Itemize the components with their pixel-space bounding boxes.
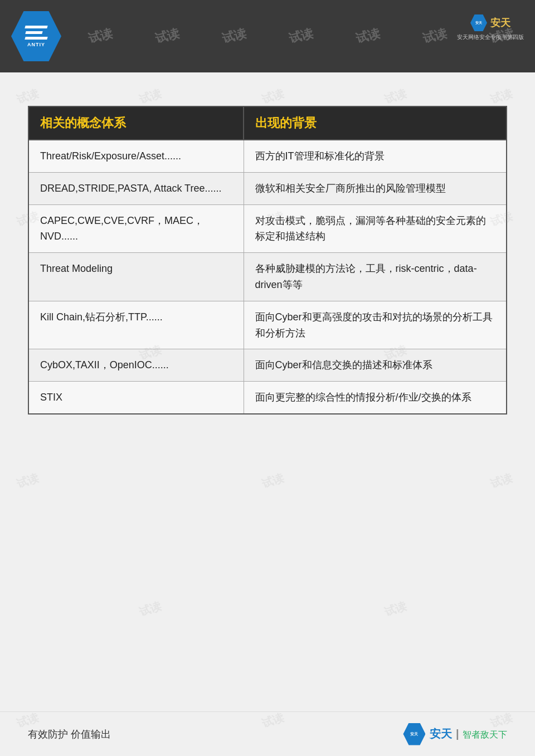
- header-right-inner: 安天 安天: [470, 14, 510, 31]
- table-row: Kill Chain,钻石分析,TTP......面向Cyber和更高强度的攻击…: [28, 301, 507, 349]
- concept-table: 相关的概念体系 出现的背景 Threat/Risk/Exposure/Asset…: [28, 106, 507, 414]
- cell-background: 各种威胁建模的方法论，工具，risk-centric，data-driven等等: [244, 253, 507, 301]
- cell-concept: CybOX,TAXII，OpenIOC......: [28, 349, 244, 382]
- cell-background: 面向Cyber和信息交换的描述和标准体系: [244, 349, 507, 382]
- cell-background: 对攻击模式，脆弱点，漏洞等各种基础的安全元素的标定和描述结构: [244, 204, 507, 253]
- cell-concept: Threat/Risk/Exposure/Asset......: [28, 140, 244, 172]
- header-watermark-1: 试读: [86, 25, 114, 47]
- antiy-badge-inner: 安天: [475, 21, 482, 26]
- table-row: STIX面向更完整的综合性的情报分析/作业/交换的体系: [28, 382, 507, 414]
- table-row: Threat/Risk/Exposure/Asset......西方的IT管理和…: [28, 140, 507, 172]
- header-watermarks: 试读试读试读试读试读试读试读试读: [0, 0, 535, 72]
- watermark-13: 试读: [138, 598, 164, 620]
- footer-brand-antiy: 安天: [430, 728, 452, 740]
- cell-background: 面向更完整的综合性的情报分析/作业/交换的体系: [244, 382, 507, 414]
- watermark-14: 试读: [383, 598, 409, 620]
- header-watermark-6: 试读: [421, 25, 449, 47]
- table-row: DREAD,STRIDE,PASTA, Attack Tree......微软和…: [28, 172, 507, 204]
- cell-concept: Kill Chain,钻石分析,TTP......: [28, 301, 244, 349]
- header-watermark-5: 试读: [354, 25, 382, 47]
- footer-brand-sep: |: [456, 728, 459, 740]
- header-watermark-4: 试读: [287, 25, 315, 47]
- table-row: CybOX,TAXII，OpenIOC......面向Cyber和信息交换的描述…: [28, 349, 507, 382]
- cell-concept: Threat Modeling: [28, 253, 244, 301]
- col2-header: 出现的背景: [244, 106, 507, 140]
- watermark-12: 试读: [489, 470, 515, 492]
- logo-text: ANTIY: [27, 42, 45, 47]
- footer-badge-inner: 安天: [410, 731, 418, 737]
- header-watermark-3: 试读: [220, 25, 248, 47]
- footer-brand: 安天 | 智者敌天下: [430, 726, 507, 742]
- header-right-logo: 安天 安天 安天网络安全专项书第四版: [457, 6, 524, 50]
- col1-header: 相关的概念体系: [28, 106, 244, 140]
- header-watermark-2: 试读: [153, 25, 181, 47]
- cell-concept: STIX: [28, 382, 244, 414]
- footer-brand-slogan: 智者敌天下: [463, 730, 507, 739]
- main-content: 相关的概念体系 出现的背景 Threat/Risk/Exposure/Asset…: [0, 72, 535, 437]
- watermark-11: 试读: [260, 470, 286, 492]
- antiy-name-text: 安天: [490, 16, 510, 30]
- footer: 有效防护 价值输出 安天 安天 | 智者敌天下: [0, 711, 535, 756]
- table-row: Threat Modeling各种威胁建模的方法论，工具，risk-centri…: [28, 253, 507, 301]
- antiy-sub-text: 安天网络安全专项书第四版: [457, 33, 524, 41]
- antiy-logo: ANTIY: [11, 11, 61, 61]
- logo-lines: [25, 26, 47, 40]
- watermark-10: 试读: [15, 470, 41, 492]
- cell-background: 微软和相关安全厂商所推出的风险管理模型: [244, 172, 507, 204]
- footer-slogan: 有效防护 价值输出: [28, 728, 111, 741]
- footer-antiy-icon: 安天: [403, 723, 425, 745]
- cell-background: 面向Cyber和更高强度的攻击和对抗的场景的分析工具和分析方法: [244, 301, 507, 349]
- logo-line-2: [25, 31, 42, 34]
- cell-concept: CAPEC,CWE,CVE,CVRF，MAEC，NVD......: [28, 204, 244, 253]
- cell-background: 西方的IT管理和标准化的背景: [244, 140, 507, 172]
- logo-line-3: [25, 37, 47, 40]
- antiy-badge-icon: 安天: [470, 14, 487, 31]
- footer-logo: 安天 安天 | 智者敌天下: [403, 723, 507, 745]
- logo-line-1: [25, 26, 47, 28]
- header: 试读试读试读试读试读试读试读试读 ANTIY 安天 安天 安天网络安全专项书第四…: [0, 0, 535, 72]
- cell-concept: DREAD,STRIDE,PASTA, Attack Tree......: [28, 172, 244, 204]
- table-row: CAPEC,CWE,CVE,CVRF，MAEC，NVD......对攻击模式，脆…: [28, 204, 507, 253]
